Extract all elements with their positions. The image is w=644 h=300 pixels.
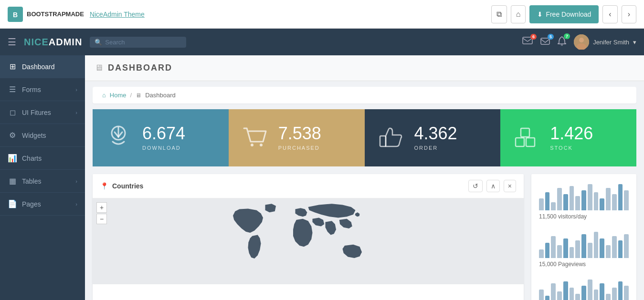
sidebar: ⊞ Dashboard ☰ Forms › ◻ UI Fitures › ⚙ W… [0, 55, 85, 300]
page-header: 🖥 DASHBOARD [85, 55, 644, 81]
sidebar-item-forms[interactable]: ☰ Forms › [0, 78, 85, 101]
cart-stat-icon [240, 123, 269, 153]
logo-icon: B [8, 7, 23, 22]
map-close-button[interactable]: × [504, 180, 516, 192]
sidebar-item-widgets[interactable]: ⚙ Widgets [0, 124, 85, 147]
tables-chevron: › [75, 178, 77, 184]
hamburger-menu[interactable]: ☰ [8, 36, 16, 48]
bell-icon[interactable]: 7 [558, 36, 566, 48]
sidebar-item-dashboard[interactable]: ⊞ Dashboard [0, 55, 85, 78]
bar [612, 236, 617, 258]
bar [570, 247, 574, 258]
bar [551, 202, 556, 210]
bar [618, 281, 623, 300]
bar [575, 240, 580, 258]
bar [612, 288, 617, 300]
avatar [574, 34, 589, 50]
breadcrumb: ⌂ Home / 🖥 Dashboard [93, 87, 636, 103]
svg-point-13 [260, 144, 263, 146]
map-title: 📍 Countries [100, 182, 143, 190]
download-icon: ⬇ [537, 10, 543, 18]
map-body: + − [93, 198, 524, 284]
svg-rect-14 [380, 136, 386, 146]
bar [624, 190, 629, 210]
order-stat-number: 4.362 [414, 125, 457, 142]
svg-point-8 [579, 38, 584, 42]
sidebar-item-tables[interactable]: ▦ Tables › [0, 170, 85, 193]
theme-link[interactable]: NiceAdmin Theme [90, 10, 145, 18]
sidebar-label-pages: Pages [22, 200, 41, 208]
email-icon[interactable]: 5 [540, 37, 550, 48]
download-stat-info: 6.674 DOWNLOAD [142, 125, 185, 151]
widgets-icon: ⚙ [8, 131, 17, 140]
user-area[interactable]: Jenifer Smith ▾ [574, 34, 636, 50]
svg-point-6 [561, 44, 563, 46]
stock-stat-label: STOCK [550, 145, 593, 151]
mini-chart-bars-2 [539, 229, 629, 258]
messages-icon[interactable]: 6 [522, 37, 533, 48]
user-chevron: ▾ [633, 39, 636, 46]
map-header: 📍 Countries ↺ ∧ × [93, 174, 524, 198]
bar [551, 236, 556, 258]
map-zoom-out-button[interactable]: − [96, 214, 107, 224]
mini-chart-extra [539, 277, 629, 300]
pages-icon: 📄 [8, 199, 17, 208]
sidebar-label-ui-fixtures: UI Fitures [22, 109, 51, 116]
stat-card-purchased: 7.538 PURCHASED [229, 109, 365, 166]
right-panel: 11,500 visitors/day 15,000 Pageviews [531, 174, 636, 300]
top-bar: B BOOTSTRAPMADE NiceAdmin Theme ⧉ ⌂ ⬇ Fr… [0, 0, 644, 29]
charts-icon: 📊 [8, 154, 17, 163]
sidebar-item-charts[interactable]: 📊 Charts [0, 147, 85, 170]
svg-rect-17 [521, 128, 529, 137]
map-zoom-in-button[interactable]: + [96, 202, 107, 213]
bar [594, 232, 599, 258]
download-stat-number: 6.674 [142, 125, 185, 142]
svg-rect-16 [526, 138, 535, 146]
purchased-stat-label: PURCHASED [278, 145, 321, 151]
mini-chart-bars-3 [539, 277, 629, 300]
home-button[interactable]: ⌂ [511, 5, 526, 23]
search-input[interactable] [105, 39, 181, 46]
forward-button[interactable]: › [622, 5, 636, 23]
purchased-stat-number: 7.538 [278, 125, 321, 142]
sidebar-item-ui-fixtures[interactable]: ◻ UI Fitures › [0, 101, 85, 124]
admin-bar: ☰ NICEADMIN 🔍 6 5 [0, 29, 644, 55]
free-download-button[interactable]: ⬇ Free Download [529, 5, 599, 23]
sidebar-label-forms: Forms [22, 86, 41, 93]
download-stat-icon [104, 123, 133, 153]
stat-card-order: 4.362 ORDER [365, 109, 501, 166]
tables-icon: ▦ [8, 176, 17, 186]
search-icon: 🔍 [95, 39, 102, 46]
external-link-button[interactable]: ⧉ [491, 5, 507, 23]
bar [606, 245, 611, 259]
back-button[interactable]: ‹ [602, 5, 617, 23]
sidebar-item-pages[interactable]: 📄 Pages › [0, 193, 85, 216]
bar [545, 296, 550, 300]
email-badge: 5 [548, 34, 554, 40]
bar [594, 192, 599, 210]
svg-point-12 [251, 144, 253, 146]
boxes-stat-icon [512, 123, 540, 153]
stat-card-download: 6.674 DOWNLOAD [93, 109, 229, 166]
download-label: Free Download [546, 10, 591, 18]
logo-text: BOOTSTRAPMADE [27, 10, 84, 18]
forms-chevron: › [75, 87, 77, 93]
admin-bar-left: ☰ NICEADMIN 🔍 [8, 36, 186, 48]
breadcrumb-home-link[interactable]: Home [110, 92, 127, 99]
download-stat-label: DOWNLOAD [142, 145, 185, 151]
sidebar-label-dashboard: Dashboard [22, 63, 55, 71]
bar [563, 281, 568, 300]
mini-chart-label-2: 15,000 Pageviews [539, 261, 629, 268]
main-content: 🖥 DASHBOARD ⌂ Home / 🖥 Dashboard [85, 55, 644, 300]
bar [570, 186, 574, 210]
map-refresh-button[interactable]: ↺ [468, 180, 483, 192]
svg-line-3 [523, 38, 528, 41]
bar [557, 245, 562, 259]
bar [557, 188, 562, 210]
stock-stat-info: 1.426 STOCK [550, 125, 593, 151]
world-map-svg [93, 198, 524, 284]
map-collapse-button[interactable]: ∧ [486, 180, 500, 192]
bar [551, 283, 556, 300]
breadcrumb-separator: / [130, 92, 132, 99]
map-controls: ↺ ∧ × [468, 180, 516, 192]
